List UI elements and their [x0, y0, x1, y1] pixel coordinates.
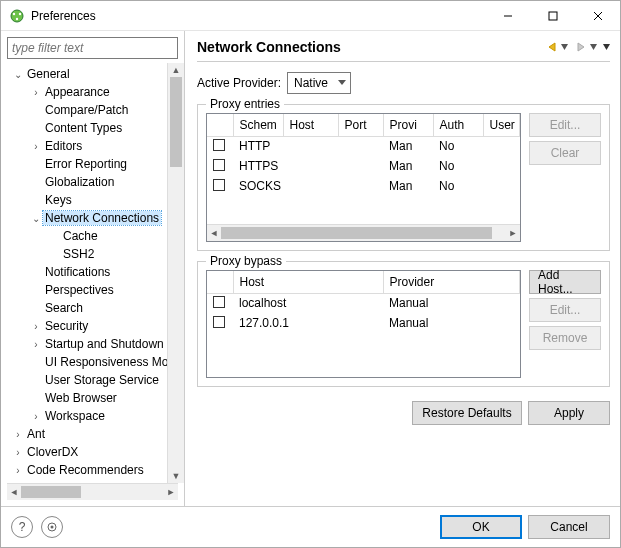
column-header[interactable]: Auth	[433, 114, 483, 136]
column-header[interactable]: Provider	[383, 271, 520, 293]
scroll-left-icon[interactable]: ◄	[7, 484, 21, 500]
tree-item[interactable]: UI Responsiveness Monitoring	[7, 353, 167, 371]
column-header[interactable]: Host	[283, 114, 338, 136]
hscroll-thumb[interactable]	[221, 227, 492, 239]
nav-back-button[interactable]	[545, 41, 568, 53]
chevron-down-icon[interactable]: ⌄	[29, 213, 43, 224]
cell	[338, 136, 383, 156]
cell: Manual	[383, 293, 520, 313]
column-header[interactable]: Host	[233, 271, 383, 293]
column-header[interactable]	[207, 271, 233, 293]
checkbox[interactable]	[213, 296, 225, 308]
tree-item[interactable]: Notifications	[7, 263, 167, 281]
chevron-right-icon[interactable]: ›	[11, 447, 25, 458]
tree-item[interactable]: User Storage Service	[7, 371, 167, 389]
filter-input[interactable]	[7, 37, 178, 59]
apply-button[interactable]: Apply	[528, 401, 610, 425]
hscroll-thumb[interactable]	[21, 486, 81, 498]
sidebar: ⌄General›AppearanceCompare/PatchContent …	[1, 31, 185, 506]
cell: No	[433, 176, 483, 196]
tree-item-label: Globalization	[43, 175, 116, 189]
tree-item[interactable]: ›Startup and Shutdown	[7, 335, 167, 353]
table-row[interactable]: 127.0.0.1Manual	[207, 313, 520, 333]
help-icon[interactable]: ?	[11, 516, 33, 538]
cell	[483, 176, 520, 196]
scroll-right-icon[interactable]: ►	[506, 225, 520, 241]
table-row[interactable]: localhostManual	[207, 293, 520, 313]
tree-item[interactable]: Perspectives	[7, 281, 167, 299]
tree-item[interactable]: ›Code Recommenders	[7, 461, 167, 479]
scroll-left-icon[interactable]: ◄	[207, 225, 221, 241]
tree-item[interactable]: ›Security	[7, 317, 167, 335]
column-header[interactable]: Provi	[383, 114, 433, 136]
tree-item[interactable]: Web Browser	[7, 389, 167, 407]
column-header[interactable]: Port	[338, 114, 383, 136]
checkbox[interactable]	[213, 316, 225, 328]
tree-item[interactable]: ›Workspace	[7, 407, 167, 425]
chevron-down-icon[interactable]: ⌄	[11, 69, 25, 80]
tree-hscrollbar[interactable]: ◄ ►	[7, 483, 178, 500]
minimize-button[interactable]	[485, 1, 530, 30]
proxy-entries-clear-button[interactable]: Clear	[529, 141, 601, 165]
table-row[interactable]: HTTPSManNo	[207, 156, 520, 176]
ok-button[interactable]: OK	[440, 515, 522, 539]
chevron-right-icon[interactable]: ›	[29, 339, 43, 350]
tree-item[interactable]: ›Ant	[7, 425, 167, 443]
chevron-right-icon[interactable]: ›	[29, 411, 43, 422]
cancel-button[interactable]: Cancel	[528, 515, 610, 539]
proxy-entries-table[interactable]: SchemHostPortProviAuthUser HTTPManNoHTTP…	[206, 113, 521, 242]
proxy-bypass-add-button[interactable]: Add Host...	[529, 270, 601, 294]
chevron-right-icon[interactable]: ›	[11, 429, 25, 440]
cell: Man	[383, 156, 433, 176]
tree-item[interactable]: Cache	[7, 227, 167, 245]
chevron-right-icon[interactable]: ›	[29, 321, 43, 332]
tree-item[interactable]: ⌄General	[7, 65, 167, 83]
cell	[283, 136, 338, 156]
tree-item-label: User Storage Service	[43, 373, 161, 387]
tree-item-label: General	[25, 67, 72, 81]
tree-item[interactable]: Content Types	[7, 119, 167, 137]
maximize-button[interactable]	[530, 1, 575, 30]
restore-defaults-button[interactable]: Restore Defaults	[412, 401, 522, 425]
preferences-tree[interactable]: ⌄General›AppearanceCompare/PatchContent …	[7, 63, 167, 483]
nav-menu-button[interactable]	[603, 44, 610, 50]
proxy-entries-hscrollbar[interactable]: ◄ ►	[207, 224, 520, 241]
app-icon	[9, 8, 25, 24]
tree-vscrollbar[interactable]: ▲ ▼	[167, 63, 184, 483]
active-provider-select[interactable]: Native	[287, 72, 351, 94]
close-button[interactable]	[575, 1, 620, 30]
tree-item[interactable]: ›CloverDX	[7, 443, 167, 461]
column-header[interactable]	[207, 114, 233, 136]
cell: localhost	[233, 293, 383, 313]
column-header[interactable]: Schem	[233, 114, 283, 136]
scroll-down-icon[interactable]: ▼	[168, 469, 184, 483]
checkbox[interactable]	[213, 179, 225, 191]
nav-forward-button[interactable]	[574, 41, 597, 53]
proxy-entries-edit-button[interactable]: Edit...	[529, 113, 601, 137]
table-row[interactable]: HTTPManNo	[207, 136, 520, 156]
checkbox[interactable]	[213, 139, 225, 151]
chevron-right-icon[interactable]: ›	[29, 87, 43, 98]
tree-item[interactable]: SSH2	[7, 245, 167, 263]
proxy-bypass-remove-button[interactable]: Remove	[529, 326, 601, 350]
scroll-right-icon[interactable]: ►	[164, 484, 178, 500]
tree-item[interactable]: Compare/Patch	[7, 101, 167, 119]
tree-item[interactable]: ›Appearance	[7, 83, 167, 101]
scroll-thumb[interactable]	[170, 77, 182, 167]
tree-item[interactable]: Search	[7, 299, 167, 317]
tree-item[interactable]: Error Reporting	[7, 155, 167, 173]
column-header[interactable]: User	[483, 114, 520, 136]
proxy-bypass-edit-button[interactable]: Edit...	[529, 298, 601, 322]
chevron-right-icon[interactable]: ›	[11, 465, 25, 476]
tree-item[interactable]: ⌄Network Connections	[7, 209, 167, 227]
tree-item[interactable]: Globalization	[7, 173, 167, 191]
tree-item[interactable]: Keys	[7, 191, 167, 209]
tree-item-label: CloverDX	[25, 445, 80, 459]
table-row[interactable]: SOCKSManNo	[207, 176, 520, 196]
proxy-bypass-table[interactable]: HostProvider localhostManual127.0.0.1Man…	[206, 270, 521, 378]
chevron-right-icon[interactable]: ›	[29, 141, 43, 152]
tree-item[interactable]: ›Editors	[7, 137, 167, 155]
import-export-icon[interactable]	[41, 516, 63, 538]
scroll-up-icon[interactable]: ▲	[168, 63, 184, 77]
checkbox[interactable]	[213, 159, 225, 171]
